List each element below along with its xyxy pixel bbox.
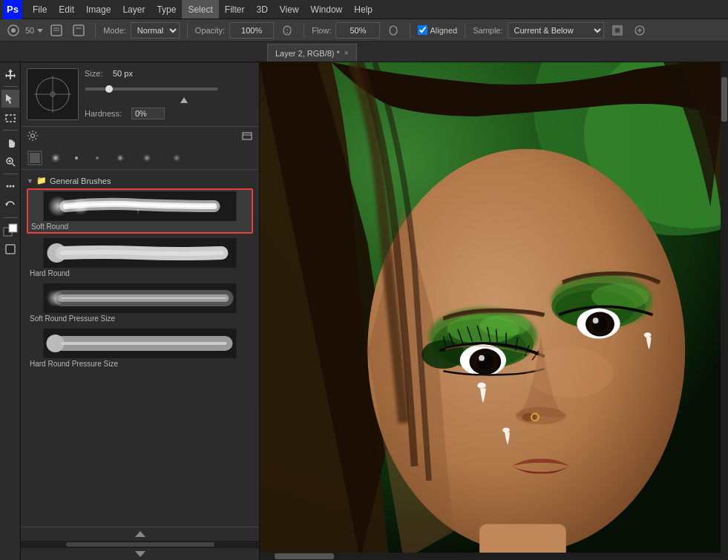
- svg-marker-13: [5, 69, 16, 79]
- separator-5: [465, 23, 465, 38]
- svg-marker-2: [37, 29, 43, 33]
- brush-preset-swatch-2[interactable]: [47, 150, 64, 166]
- brush-item-hard-round-pressure[interactable]: Hard Round Pressure Size: [27, 327, 253, 369]
- h-scrollbar-thumb[interactable]: [66, 542, 214, 547]
- sample-label: Sample:: [473, 26, 502, 35]
- scroll-down-arrow-icon[interactable]: [134, 550, 146, 558]
- separator-3: [304, 23, 304, 38]
- flow-pressure-btn[interactable]: [384, 22, 402, 39]
- svg-point-79: [476, 353, 493, 370]
- svg-point-81: [477, 383, 486, 389]
- size-triangle: [180, 97, 188, 103]
- soft-round-preview: ↑: [31, 191, 249, 221]
- opacity-input[interactable]: [229, 22, 274, 39]
- brush-name-hard-round: Hard Round: [30, 269, 70, 277]
- svg-marker-23: [5, 203, 8, 206]
- svg-point-37: [49, 151, 62, 165]
- sample-all-layers-btn[interactable]: [609, 22, 626, 39]
- brush-preview-section: Size: 50 px Hardness:: [21, 62, 259, 127]
- brush-controls: Size: 50 px Hardness:: [85, 69, 253, 119]
- healing-options-btn[interactable]: [631, 22, 649, 39]
- tool-undo[interactable]: [1, 197, 19, 214]
- options-bar: 50 Mode: Normal Opacity: Flow: Aligned S…: [0, 19, 728, 42]
- brush-preset-swatch-7[interactable]: [163, 150, 190, 166]
- svg-marker-54: [135, 551, 145, 557]
- tool-preset-icon[interactable]: [4, 22, 22, 39]
- svg-point-32: [31, 134, 35, 138]
- flow-label: Flow:: [312, 26, 331, 35]
- tool-more[interactable]: [1, 177, 19, 195]
- size-slider[interactable]: [85, 88, 218, 90]
- brush-size-row: Size: 50 px: [85, 69, 253, 78]
- tool-move[interactable]: [1, 65, 19, 83]
- menu-select[interactable]: Select: [182, 0, 218, 19]
- svg-point-22: [12, 185, 14, 188]
- svg-point-80: [479, 355, 485, 361]
- brush-preset-swatch-5[interactable]: [110, 150, 131, 166]
- menu-file[interactable]: File: [27, 0, 53, 19]
- chevron-down-icon: [37, 27, 43, 33]
- left-toolbar: [0, 62, 21, 560]
- menu-layer[interactable]: Layer: [117, 0, 151, 19]
- brush-preset-swatch-6[interactable]: [135, 150, 159, 166]
- size-slider-container: 50 px: [113, 69, 253, 78]
- brush-preset-btn[interactable]: [47, 22, 65, 39]
- category-chevron-icon: ▼: [27, 177, 33, 185]
- sample-dropdown[interactable]: Current & Below: [508, 22, 604, 39]
- brush-preset-swatch-3[interactable]: [68, 150, 85, 166]
- brush-list-container[interactable]: ▼ 📁 General Brushes: [21, 170, 259, 527]
- tool-fg-bg[interactable]: [1, 221, 19, 239]
- menu-edit[interactable]: Edit: [53, 0, 80, 19]
- aligned-checkbox[interactable]: [418, 25, 427, 35]
- tool-preset-picker[interactable]: 50: [4, 22, 43, 39]
- brush-size-display: 50: [25, 26, 34, 35]
- hardness-row: Hardness:: [85, 108, 253, 119]
- hardness-input[interactable]: [131, 108, 165, 119]
- document-tab[interactable]: Layer 2, RGB/8) * ×: [267, 44, 357, 62]
- brush-preview-row: Size: 50 px Hardness:: [27, 68, 253, 120]
- tab-label: Layer 2, RGB/8) *: [275, 49, 340, 58]
- flow-input[interactable]: [335, 22, 380, 39]
- aligned-label-text: Aligned: [430, 26, 457, 35]
- tool-quick-mask[interactable]: [1, 240, 19, 258]
- load-brush-btn[interactable]: [70, 22, 88, 39]
- tool-hand[interactable]: [1, 134, 19, 151]
- vscrollbar-thumb[interactable]: [721, 77, 727, 122]
- category-header[interactable]: ▼ 📁 General Brushes: [27, 176, 253, 185]
- menu-help[interactable]: Help: [348, 0, 378, 19]
- aligned-checkbox-label[interactable]: Aligned: [418, 25, 457, 35]
- brush-preset-swatch-4[interactable]: [89, 150, 105, 166]
- svg-point-95: [526, 347, 613, 398]
- canvas-vscrollbar[interactable]: [721, 62, 728, 560]
- soft-round-pressure-preview: [30, 283, 250, 313]
- brush-item-hard-round[interactable]: Hard Round: [27, 237, 253, 279]
- size-label: Size:: [85, 69, 107, 78]
- hscrollbar-thumb[interactable]: [275, 553, 334, 559]
- tool-zoom[interactable]: [1, 153, 19, 171]
- menu-type[interactable]: Type: [151, 0, 182, 19]
- brush-preset-swatch-1[interactable]: [27, 150, 43, 166]
- brush-settings-gear-icon[interactable]: [27, 130, 39, 144]
- svg-point-40: [114, 151, 127, 165]
- scroll-up-arrow-icon[interactable]: [134, 530, 146, 538]
- svg-point-21: [9, 185, 11, 188]
- menu-filter[interactable]: Filter: [219, 0, 251, 19]
- tool-rectangle-select[interactable]: [1, 109, 19, 127]
- tool-select[interactable]: [1, 90, 19, 108]
- brush-item-soft-round-pressure[interactable]: Soft Round Pressure Size: [27, 282, 253, 324]
- menu-window[interactable]: Window: [305, 0, 349, 19]
- tab-bar: Layer 2, RGB/8) * ×: [0, 42, 728, 62]
- mode-dropdown[interactable]: Normal: [131, 22, 180, 39]
- menu-image[interactable]: Image: [80, 0, 117, 19]
- svg-point-38: [75, 157, 78, 159]
- tab-close-btn[interactable]: ×: [344, 49, 349, 57]
- svg-point-39: [94, 154, 101, 162]
- svg-point-65: [479, 314, 530, 336]
- svg-point-1: [11, 28, 16, 33]
- opacity-pressure-btn[interactable]: [278, 22, 296, 39]
- canvas-hscrollbar[interactable]: [260, 553, 728, 560]
- brush-panel-expand-icon[interactable]: [241, 130, 253, 144]
- brush-item-soft-round[interactable]: ↑ Soft Round: [27, 188, 253, 234]
- menu-3d[interactable]: 3D: [250, 0, 273, 19]
- menu-view[interactable]: View: [274, 0, 305, 19]
